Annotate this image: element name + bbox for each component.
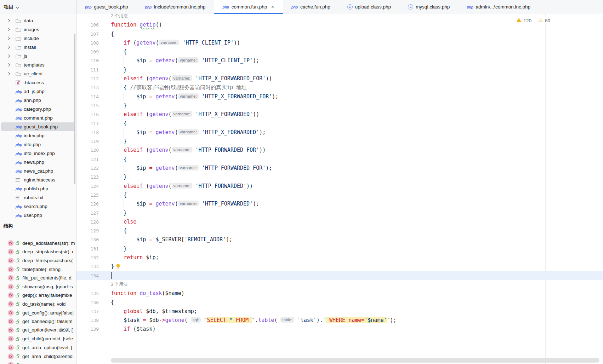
code-line-117[interactable]: 117 {: [76, 119, 603, 128]
tree-item-.htaccess[interactable]: .htaccess: [0, 78, 76, 87]
code-text[interactable]: }: [108, 244, 603, 253]
line-number[interactable]: 128: [76, 218, 108, 226]
line-number[interactable]: 124: [76, 182, 108, 191]
code-line-114[interactable]: 114 $ip = getenv(varname: 'HTTP_X_FORWAR…: [76, 92, 603, 101]
line-number[interactable]: 121: [76, 155, 108, 164]
structure-item[interactable]: fx: [0, 360, 76, 364]
structure-item-file-put-contents[interactable]: fxfile_put_contents(file, d: [0, 273, 76, 282]
tree-item-guest-book.php[interactable]: phpguest_book.php: [1, 122, 75, 131]
code-text[interactable]: {: [108, 298, 603, 307]
line-number[interactable]: 129: [76, 226, 108, 235]
line-number[interactable]: 114: [76, 92, 108, 101]
structure-item-get-child[interactable]: fxget_child(parentid, [sele: [0, 335, 76, 343]
code-line-131[interactable]: 131 }: [76, 244, 603, 253]
line-number[interactable]: 122: [76, 164, 108, 173]
code-text[interactable]: else: [108, 218, 603, 226]
inspections-widget[interactable]: 120 80: [515, 17, 552, 24]
code-line-119[interactable]: 119 }: [76, 137, 603, 146]
code-editor[interactable]: 2 个用法106function getip()107{108 if (gete…: [76, 14, 603, 364]
line-number[interactable]: 119: [76, 137, 108, 146]
code-line-134[interactable]: 134: [76, 271, 603, 280]
code-line-126[interactable]: 126 $ip = getenv(varname: 'HTTP_FORWARDE…: [76, 200, 603, 208]
close-icon[interactable]: ×: [271, 5, 274, 10]
code-line-107[interactable]: 107{: [76, 30, 603, 39]
tab-guest-book.php[interactable]: phpguest_book.php: [76, 0, 136, 14]
line-number[interactable]: 116: [76, 110, 108, 119]
chevron-down-icon[interactable]: [16, 4, 19, 10]
structure-item-getip[interactable]: fxgetip(): array|false|mixe: [0, 291, 76, 300]
code-text[interactable]: { //获取客户端用代理服务器访问时的真实ip 地址: [108, 83, 603, 92]
tree-item-news-cat.php[interactable]: phpnews_cat.php: [0, 167, 76, 175]
line-number[interactable]: 125: [76, 191, 108, 200]
code-line-130[interactable]: 130 $ip = $_SERVER['REMOTE_ADDR'];: [76, 235, 603, 244]
code-line-139[interactable]: 139 if ($task): [76, 325, 603, 334]
usages-hint[interactable]: 3 个用法: [108, 280, 603, 289]
structure-item-do-task[interactable]: fxdo_task(name): void: [0, 300, 76, 308]
tab-cache.fun.php[interactable]: phpcache.fun.php: [283, 0, 339, 14]
line-number[interactable]: 112: [76, 74, 108, 83]
code-line-112[interactable]: 112 elseif (getenv(varname: 'HTTP_X_FORW…: [76, 74, 603, 83]
code-text[interactable]: {: [108, 155, 603, 164]
code-line-118[interactable]: 118 $ip = getenv(varname: 'HTTP_X_FORWAR…: [76, 128, 603, 137]
tree-item-publish.php[interactable]: phppublish.php: [0, 184, 76, 193]
code-line-127[interactable]: 127 }: [76, 209, 603, 218]
line-number[interactable]: 123: [76, 173, 108, 181]
tree-item-news.php[interactable]: phpnews.php: [0, 158, 76, 167]
code-text[interactable]: $ip = getenv(varname: 'HTTP_CLIENT_IP');: [108, 56, 603, 65]
tree-item-index.php[interactable]: phpindex.php: [0, 131, 76, 140]
tree-item-info-index.php[interactable]: phpinfo_index.php: [0, 149, 76, 158]
tree-item-images[interactable]: images: [0, 25, 76, 34]
line-number[interactable]: 107: [76, 30, 108, 39]
code-line-110[interactable]: 110 $ip = getenv(varname: 'HTTP_CLIENT_I…: [76, 56, 603, 65]
tree-item-nginx.htaccess[interactable]: nginx.htaccess: [0, 175, 76, 184]
tree-item-ad-js.php[interactable]: phpad_js.php: [0, 87, 76, 96]
tree-item-search.php[interactable]: phpsearch.php: [0, 202, 76, 211]
project-tool-window-header[interactable]: 项目: [0, 0, 76, 14]
code-text[interactable]: elseif (getenv(varname: 'HTTP_FORWARDED'…: [108, 182, 603, 191]
code-line-120[interactable]: 120 elseif (getenv(varname: 'HTTP_FORWAR…: [76, 146, 603, 155]
code-text[interactable]: return $ip;: [108, 253, 603, 262]
tab-include-common.inc.php[interactable]: phpinclude\common.inc.php: [136, 0, 214, 14]
structure-item-get-option[interactable]: fxget_option(lever: 级别, [: [0, 326, 76, 335]
code-text[interactable]: if (getenv(varname: 'HTTP_CLIENT_IP')): [108, 39, 603, 47]
line-number[interactable]: 133: [76, 262, 108, 271]
line-number[interactable]: 126: [76, 200, 108, 208]
structure-item-get-area-child[interactable]: fxget_area_child(parentid: [0, 352, 76, 361]
structure-item-deep-stripslashes[interactable]: fxdeep_stripslashes(str): r: [0, 248, 76, 256]
code-text[interactable]: elseif (getenv(varname: 'HTTP_X_FORWARDE…: [108, 110, 603, 119]
code-line-124[interactable]: 124 elseif (getenv(varname: 'HTTP_FORWAR…: [76, 182, 603, 191]
code-line-109[interactable]: 109 {: [76, 47, 603, 56]
tab-common.fun.php[interactable]: phpcommon.fun.php×: [214, 0, 283, 14]
line-number[interactable]: 131: [76, 244, 108, 253]
line-number[interactable]: 118: [76, 128, 108, 137]
line-number[interactable]: 136: [76, 298, 108, 307]
line-number[interactable]: 138: [76, 316, 108, 325]
code-line-129[interactable]: 129 {: [76, 226, 603, 235]
code-text[interactable]: $ip = getenv(varname: 'HTTP_X_FORWARDED'…: [108, 128, 603, 137]
structure-item-deep-addslashes[interactable]: fxdeep_addslashes(str): m: [0, 239, 76, 248]
code-text[interactable]: elseif (getenv(varname: 'HTTP_X_FORWARDE…: [108, 74, 603, 83]
inlay-usages-row[interactable]: 3 个用法: [76, 280, 603, 289]
horizontal-scrollbar[interactable]: [111, 358, 599, 363]
code-text[interactable]: $ip = getenv(varname: 'HTTP_FORWARDED');: [108, 200, 603, 208]
code-line-108[interactable]: 108 if (getenv(varname: 'HTTP_CLIENT_IP'…: [76, 39, 603, 47]
line-number[interactable]: 135: [76, 289, 108, 298]
code-text[interactable]: if ($task): [108, 325, 603, 334]
line-number[interactable]: 111: [76, 65, 108, 74]
line-number[interactable]: [76, 280, 108, 289]
code-line-133[interactable]: 133}: [76, 262, 603, 271]
code-line-115[interactable]: 115 }: [76, 101, 603, 110]
code-line-135[interactable]: 135function do_task($name): [76, 289, 603, 298]
tree-item-comment.php[interactable]: phpcomment.php: [0, 114, 76, 122]
tree-item-ann.php[interactable]: phpann.php: [0, 96, 76, 105]
tree-item-js[interactable]: js: [0, 52, 76, 60]
code-text[interactable]: $ip = getenv(varname: 'HTTP_X_FORWARDED_…: [108, 92, 603, 101]
code-line-137[interactable]: 137 global $db, $timestamp;: [76, 307, 603, 316]
line-number[interactable]: 127: [76, 209, 108, 218]
structure-item-get-config[interactable]: fxget_config(): array|false|: [0, 308, 76, 317]
code-line-111[interactable]: 111 }: [76, 65, 603, 74]
line-number[interactable]: 109: [76, 47, 108, 56]
tree-item-category.php[interactable]: phpcategory.php: [0, 105, 76, 114]
line-number[interactable]: 108: [76, 39, 108, 47]
code-text[interactable]: }: [108, 137, 603, 146]
